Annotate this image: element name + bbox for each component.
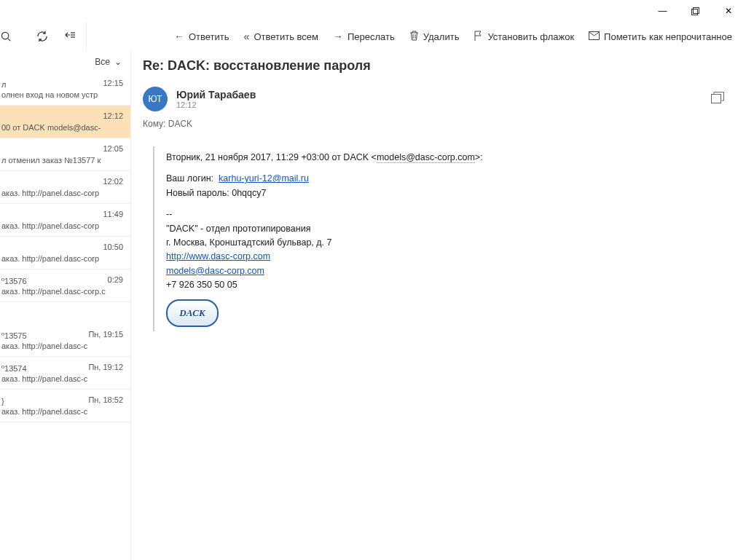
flag-icon	[474, 31, 483, 43]
sender-name: Юрий Тарабаев	[176, 89, 256, 100]
password-row: Новый пароль: 0hqqcy7	[166, 186, 724, 200]
login-link[interactable]: karhu-yuri-12@mail.ru	[219, 173, 309, 184]
search-icon[interactable]	[0, 31, 12, 42]
flag-label: Установить флажок	[487, 31, 574, 42]
chevron-down-icon: ⌄	[114, 57, 122, 67]
filter-all[interactable]: Все⌄	[0, 51, 130, 73]
mail-time: 12:15	[103, 79, 123, 87]
mail-preview: аказ. http://panel.dasc-corp	[1, 254, 123, 263]
flag-button[interactable]: Установить флажок	[474, 31, 574, 43]
forward-button[interactable]: →Переслать	[333, 31, 395, 42]
mail-time: 12:12	[103, 111, 123, 120]
list-controls	[23, 31, 76, 42]
svg-line-3	[7, 38, 9, 40]
svg-rect-0	[692, 9, 698, 15]
mail-line1	[1, 178, 4, 187]
window-titlebar: — ✕	[0, 0, 746, 22]
mark-unread-button[interactable]: Пометить как непрочитанное	[589, 31, 732, 42]
delete-label: Удалить	[423, 31, 460, 42]
sig-divider: --	[166, 208, 724, 221]
minimize-button[interactable]: —	[646, 1, 679, 21]
svg-rect-8	[712, 95, 721, 103]
filter-all-label: Все	[95, 57, 110, 67]
avatar: ЮТ	[143, 87, 168, 111]
mail-preview: аказ. http://panel.dasc-c	[1, 342, 123, 350]
mail-time: Пн, 19:15	[88, 330, 123, 339]
mail-line1: º13575	[1, 331, 27, 340]
reply-all-button[interactable]: «Ответить всем	[244, 31, 318, 42]
sig-phone: +7 926 350 50 05	[166, 278, 724, 292]
filter-toggle-icon[interactable]	[64, 31, 76, 42]
reply-all-icon: «	[244, 31, 250, 42]
mail-time: 10:50	[103, 242, 123, 251]
content-area: Все⌄ л12:15олнен вход на новом устр 12:1…	[0, 51, 746, 560]
mail-preview: аказ. http://panel.dasc-c	[1, 407, 123, 416]
mail-line1: л	[1, 80, 6, 89]
login-row: Ваш логин: karhu-yuri-12@mail.ru	[166, 172, 724, 186]
sig-company: "DACK" - отдел прототипирования	[166, 222, 724, 236]
quote-header: Вторник, 21 ноября 2017, 11:29 +03:00 от…	[166, 151, 724, 165]
mail-time: 11:49	[103, 210, 123, 218]
to-label: Кому:	[143, 119, 165, 129]
sender-block: ЮТ Юрий Тарабаев 12:12	[143, 87, 256, 111]
refresh-icon[interactable]	[36, 31, 48, 42]
list-group-separator	[0, 302, 130, 324]
reply-label: Ответить	[189, 31, 229, 42]
mail-preview: аказ. http://panel.dasc-corp	[1, 221, 123, 230]
maximize-button[interactable]	[679, 1, 712, 21]
sig-email[interactable]: models@dasc-corp.com	[166, 266, 264, 276]
mail-time: 12:05	[103, 144, 123, 153]
to-row: Кому: DACK	[143, 119, 724, 129]
open-new-window-icon[interactable]	[711, 92, 724, 106]
maximize-icon	[691, 7, 699, 15]
forward-label: Переслать	[348, 31, 395, 42]
search-area	[0, 22, 87, 51]
sig-url[interactable]: http://www.dasc-corp.com	[166, 251, 270, 261]
subject: Re: DACK: восстановление пароля	[143, 58, 724, 74]
mail-list-item[interactable]: 10:50аказ. http://panel.dasc-corp	[0, 237, 130, 269]
password-value: 0hqqcy7	[232, 188, 266, 198]
mail-preview: олнен вход на новом устр	[1, 90, 123, 99]
mail-time: 12:02	[103, 177, 123, 186]
mail-preview: аказ. http://panel.dasc-corp.c	[1, 287, 123, 296]
mail-list-item[interactable]: 11:49аказ. http://panel.dasc-corp	[0, 204, 130, 237]
top-toolbar: ←Ответить «Ответить всем →Переслать Удал…	[0, 22, 746, 51]
mail-list-item[interactable]: 12:05л отменил заказ №13577 к	[0, 138, 130, 171]
mark-unread-label: Пометить как непрочитанное	[604, 31, 732, 42]
close-button[interactable]: ✕	[712, 1, 745, 21]
message-reader: Re: DACK: восстановление пароля ЮТ Юрий …	[131, 51, 746, 560]
mail-preview: 00 от DACK models@dasc-	[1, 123, 123, 132]
mail-line1: º13574	[1, 364, 27, 373]
sender-time: 12:12	[176, 100, 256, 109]
mail-line1	[1, 244, 4, 253]
mail-list-item[interactable]: 12:1200 от DACK models@dasc-	[0, 106, 130, 138]
mail-time: 0:29	[108, 275, 123, 284]
mail-preview: аказ. http://panel.dasc-c	[1, 374, 123, 383]
message-body: Вторник, 21 ноября 2017, 11:29 +03:00 от…	[153, 146, 724, 331]
mail-line1	[1, 211, 4, 220]
mail-list-item[interactable]: л12:15олнен вход на новом устр	[0, 73, 130, 106]
reply-all-label: Ответить всем	[254, 31, 318, 42]
mail-line1: º13576	[1, 277, 27, 285]
trash-icon	[409, 31, 419, 43]
message-list: Все⌄ л12:15олнен вход на новом устр 12:1…	[0, 51, 131, 560]
mail-list-item[interactable]: }Пн, 18:52аказ. http://panel.dasc-c	[0, 390, 130, 422]
mail-list-item[interactable]: º13575Пн, 19:15аказ. http://panel.dasc-c	[0, 324, 130, 357]
reply-button[interactable]: ←Ответить	[174, 31, 229, 42]
mail-line1	[1, 113, 4, 122]
mail-list-item[interactable]: 12:02аказ. http://panel.dasc-corp	[0, 171, 130, 204]
to-value: DACK	[168, 119, 192, 129]
message-header: ЮТ Юрий Тарабаев 12:12	[143, 87, 724, 111]
mail-list-item[interactable]: º13574Пн, 19:12аказ. http://panel.dasc-c	[0, 357, 130, 390]
company-logo: DACK	[166, 299, 219, 327]
svg-rect-1	[694, 8, 699, 14]
svg-point-2	[1, 32, 8, 39]
mail-preview: л отменил заказ №13577 к	[1, 156, 123, 165]
mail-line1	[1, 146, 4, 154]
quote-from-email: models@dasc-corp.com	[377, 152, 475, 163]
delete-button[interactable]: Удалить	[409, 31, 460, 43]
mail-time: Пн, 19:12	[88, 363, 123, 371]
mail-list-item[interactable]: º135760:29аказ. http://panel.dasc-corp.c	[0, 269, 130, 302]
reply-icon: ←	[174, 31, 184, 42]
mail-time: Пн, 18:52	[88, 395, 123, 404]
